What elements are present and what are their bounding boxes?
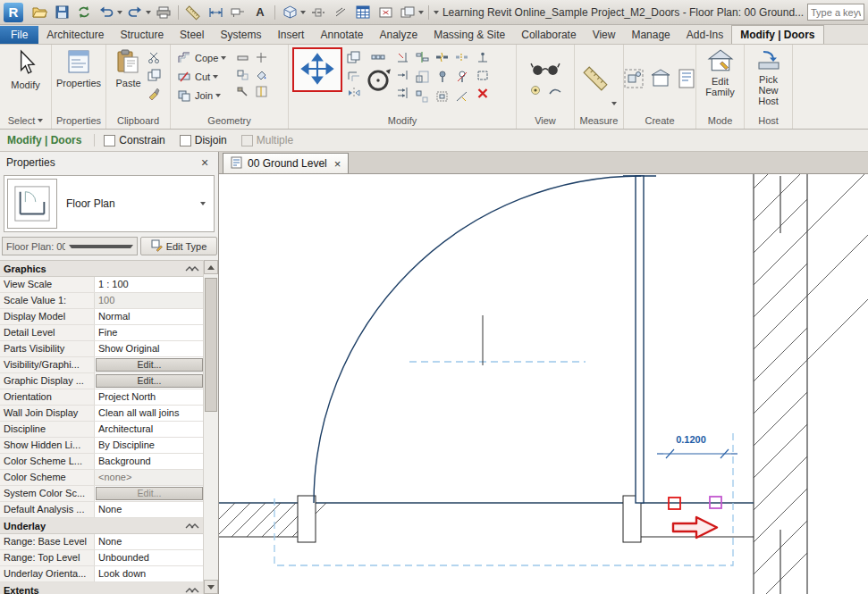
property-value[interactable]: 1 : 100 bbox=[95, 277, 204, 292]
undo-caret-icon[interactable] bbox=[117, 11, 122, 14]
property-value[interactable]: None bbox=[95, 534, 204, 549]
redo-icon[interactable] bbox=[125, 3, 145, 21]
reveal-hidden-icon[interactable] bbox=[527, 82, 544, 98]
move-button[interactable] bbox=[301, 54, 333, 87]
view-tab-close-icon[interactable]: × bbox=[334, 157, 341, 171]
copy-icon[interactable] bbox=[345, 49, 362, 65]
open-icon[interactable] bbox=[29, 3, 49, 21]
redo-caret-icon[interactable] bbox=[146, 11, 151, 14]
undo-icon[interactable] bbox=[97, 3, 116, 21]
tab-structure[interactable]: Structure bbox=[112, 26, 172, 44]
paste-button[interactable]: Paste bbox=[114, 47, 142, 113]
tab-insert[interactable]: Insert bbox=[269, 26, 312, 44]
trim-extend-multiple-icon[interactable] bbox=[394, 85, 411, 101]
edit-button[interactable]: Edit... bbox=[96, 374, 203, 388]
edit-button[interactable]: Edit... bbox=[96, 358, 203, 372]
tag-icon[interactable] bbox=[228, 3, 248, 21]
edit-type-button[interactable]: Edit Type bbox=[140, 237, 217, 255]
create-similar-icon[interactable] bbox=[650, 68, 671, 92]
measure-icon[interactable] bbox=[183, 3, 203, 21]
unpin-icon[interactable] bbox=[453, 69, 470, 85]
door-jamb-left[interactable] bbox=[298, 496, 316, 542]
unjoin-icon[interactable] bbox=[234, 66, 251, 82]
tab-add-ins[interactable]: Add-Ins bbox=[678, 26, 731, 44]
qat-customize-caret-icon[interactable] bbox=[434, 11, 439, 14]
property-group-underlay[interactable]: Underlay bbox=[0, 518, 204, 534]
door-leaf[interactable] bbox=[636, 176, 644, 503]
hide-elements-glasses-icon[interactable] bbox=[530, 62, 560, 79]
delete-icon[interactable] bbox=[474, 85, 491, 101]
property-value[interactable]: Look down bbox=[95, 566, 204, 581]
revit-logo[interactable]: R bbox=[4, 3, 23, 22]
pin-icon[interactable] bbox=[434, 69, 451, 85]
type-selector-caret-icon[interactable] bbox=[200, 202, 206, 205]
tab-steel[interactable]: Steel bbox=[172, 26, 212, 44]
scrollbar-down-button[interactable] bbox=[204, 580, 218, 594]
close-hidden-windows-icon[interactable] bbox=[375, 3, 395, 21]
tab-view[interactable]: View bbox=[585, 26, 624, 44]
temporary-dimension[interactable]: 0.1200 bbox=[657, 434, 737, 458]
property-value[interactable]: Show Original bbox=[95, 341, 204, 356]
property-value[interactable]: Unbounded bbox=[95, 550, 204, 565]
cut-button[interactable]: Cut bbox=[175, 68, 226, 86]
drawing-canvas[interactable]: 0.1200 bbox=[219, 174, 868, 594]
tab-file[interactable]: File bbox=[0, 26, 38, 44]
checkbox-disjoin[interactable]: Disjoin bbox=[180, 134, 227, 146]
aligned-dimension-icon[interactable] bbox=[206, 3, 225, 21]
model-canvas[interactable]: 0.1200 bbox=[219, 174, 868, 594]
tab-systems[interactable]: Systems bbox=[212, 26, 269, 44]
property-value[interactable]: Project North bbox=[95, 389, 204, 405]
checkbox-box-constrain[interactable] bbox=[104, 135, 115, 146]
tab-analyze[interactable]: Analyze bbox=[372, 26, 426, 44]
infocenter-search-input[interactable] bbox=[807, 4, 864, 21]
property-value[interactable]: Fine bbox=[95, 325, 204, 340]
property-group-graphics[interactable]: Graphics bbox=[0, 261, 204, 277]
group-collapse-chevron-icon[interactable] bbox=[184, 585, 200, 594]
right-wall[interactable] bbox=[754, 174, 807, 594]
group-icon[interactable] bbox=[434, 88, 451, 105]
measure-caret-icon[interactable] bbox=[611, 102, 617, 105]
copy-to-clipboard-icon[interactable] bbox=[146, 67, 163, 83]
create-assembly-icon[interactable] bbox=[677, 68, 696, 92]
pin-position-icon[interactable] bbox=[474, 49, 491, 65]
group-collapse-chevron-icon[interactable] bbox=[184, 521, 200, 531]
pick-lines-icon[interactable] bbox=[453, 88, 470, 105]
save-icon[interactable] bbox=[52, 3, 72, 21]
panel-label-select[interactable]: Select bbox=[0, 113, 51, 128]
tab-collaborate[interactable]: Collaborate bbox=[513, 26, 584, 44]
3d-view-icon[interactable] bbox=[280, 3, 299, 21]
switch-windows-icon[interactable] bbox=[398, 3, 417, 21]
print-icon[interactable] bbox=[154, 3, 173, 21]
view-tab-ground-level[interactable]: 00 Ground Level × bbox=[223, 153, 349, 173]
array-icon[interactable] bbox=[370, 49, 387, 65]
cope-button[interactable]: Cope bbox=[175, 49, 226, 67]
properties-close-icon[interactable]: × bbox=[198, 155, 212, 170]
flip-arrow[interactable] bbox=[673, 517, 717, 538]
thin-lines-icon[interactable] bbox=[331, 3, 350, 21]
wall-joins-icon[interactable] bbox=[253, 49, 270, 65]
checkbox-box-disjoin[interactable] bbox=[180, 135, 191, 146]
tab-manage[interactable]: Manage bbox=[623, 26, 678, 44]
property-value[interactable]: Normal bbox=[95, 309, 204, 324]
scrollbar-thumb[interactable] bbox=[205, 278, 217, 412]
sync-icon[interactable] bbox=[74, 3, 94, 21]
rotate-button[interactable] bbox=[365, 67, 392, 95]
split-with-gap-icon[interactable] bbox=[453, 49, 470, 65]
trim-extend-corner-icon[interactable] bbox=[394, 49, 411, 65]
cut-to-clipboard-icon[interactable] bbox=[146, 49, 163, 65]
text-icon[interactable]: A bbox=[250, 3, 270, 21]
split-element-icon[interactable] bbox=[434, 49, 451, 65]
join-button[interactable]: Join bbox=[175, 87, 226, 105]
door-element[interactable] bbox=[314, 176, 656, 503]
3d-view-caret-icon[interactable] bbox=[300, 11, 306, 14]
dimension-text[interactable]: 0.1200 bbox=[676, 434, 706, 445]
measure-tool-icon[interactable] bbox=[582, 65, 609, 95]
tab-massing-site[interactable]: Massing & Site bbox=[426, 26, 513, 44]
match-type-icon[interactable] bbox=[146, 85, 163, 101]
checkbox-constrain[interactable]: Constrain bbox=[104, 134, 164, 146]
create-group-icon[interactable] bbox=[623, 68, 645, 92]
property-value[interactable]: None bbox=[95, 502, 204, 517]
property-value[interactable]: Background bbox=[95, 454, 204, 469]
edit-family-button[interactable]: Edit Family bbox=[698, 47, 742, 113]
tab-annotate[interactable]: Annotate bbox=[312, 26, 371, 44]
